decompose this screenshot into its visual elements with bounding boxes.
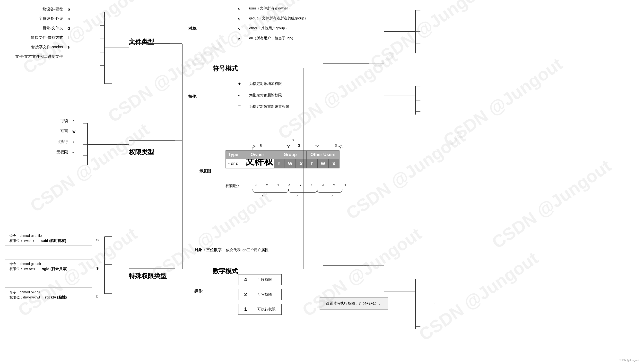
filetype-item-text: 目录-文件夹 [15, 26, 63, 31]
table-type-row: - or d r w x r w x r w x [226, 159, 339, 168]
num-op-item: 4 可读权限 [238, 274, 282, 285]
watermark: CSDN @Jungout [148, 187, 275, 284]
sym-op-code: + [238, 81, 244, 86]
sym-op-code: - [238, 93, 244, 98]
num-1-2: 1 [306, 183, 317, 187]
sym-text: group（文件所有者所在的组group） [249, 16, 308, 21]
filetype-item-text: 链接文件-快捷方式 [15, 35, 63, 40]
permtype-item-code: w [72, 129, 77, 134]
perm-x3: x [329, 159, 339, 168]
watermark: CSDN @Jungout [415, 248, 542, 345]
special-entry-1: 命令：chmod u+s file 权限位：-rwsr--r-- suid (临… [5, 231, 92, 246]
perm-table: Type Owner Group Other Users - or d r w … [226, 150, 339, 168]
watermark: CSDN @Jungout [274, 46, 401, 144]
permtype-item-code: x [72, 140, 77, 144]
permtype-item-code: - [72, 150, 77, 154]
num-1-3: 1 [340, 183, 351, 187]
special-bold: suid (临时提权) [41, 238, 66, 243]
symbol-op-label: 操作: [188, 94, 197, 99]
perm-x1: x [263, 159, 274, 168]
diagram-label: 示意图 [199, 169, 211, 174]
num-4-3: 4 [317, 183, 329, 187]
sym-code: o [238, 26, 244, 30]
sym-code: g [238, 16, 244, 20]
num-op-item: 2 可写权限 [238, 289, 282, 300]
filetype-item: 套接字文件-socket s [15, 45, 72, 50]
num-1-1: 1 [273, 183, 284, 187]
sym-text: all（所有用户，相当于ugo） [249, 36, 295, 40]
symbol-op-item: + 为指定对象增加权限 [238, 81, 289, 86]
special-cmd: 命令：chmod o+t dir [10, 290, 88, 294]
special-code-3: t [96, 294, 98, 299]
num-4-1: 4 [250, 183, 262, 187]
watermark: CSDN @Jungout [104, 30, 231, 126]
permtype-item-text: 可写 [49, 129, 68, 134]
numeric-mode-label: 数字模式 [213, 267, 238, 276]
type-cell: - or d [226, 159, 241, 168]
num-op-text: 可执行权限 [257, 307, 276, 312]
watermark: CSDN @Jungout [27, 120, 153, 216]
perm-w3: w [318, 159, 329, 168]
num-op-code: 4 [244, 277, 252, 282]
special-perm: 权限位：-rw-rwsr-- [10, 267, 38, 271]
symbol-obj-item: g group（文件所有者所在的组group） [238, 16, 308, 21]
diagram-u-header: u [260, 143, 262, 148]
diagram-a-header: a [292, 138, 294, 142]
num-2-2: 2 [295, 183, 306, 187]
special-cmd: 命令：chmod u+s file [10, 234, 88, 238]
num-op-code: 1 [244, 306, 252, 312]
filetype-item: 字符设备-外设 c [15, 16, 72, 21]
permtype-item: 无权限 - [49, 150, 77, 155]
symbol-op-item: = 为指定对象重新设置权限 [238, 104, 289, 109]
special-bold: sgid (目录共享) [42, 267, 68, 271]
symbol-obj-item: u user（文件所有者owner） [238, 6, 308, 11]
permtype-section: 可读 r 可写 w 可执行 x 无权限 - [49, 118, 77, 160]
filetype-item-text: 字符设备-外设 [15, 16, 63, 21]
num-obj-lbl: 对象：三位数字 [194, 248, 222, 252]
special-cmd: 命令：chmod g+s dir [10, 262, 88, 266]
col-type: Type [226, 151, 241, 159]
special-code-2: s [96, 266, 99, 271]
filetype-label: 文件类型 [129, 38, 154, 46]
symbol-op-item: - 为指定对象删除权限 [238, 93, 289, 98]
permtype-label: 权限类型 [129, 148, 154, 156]
watermark: CSDN @Jungout [342, 127, 469, 224]
symbol-mode-label: 符号模式 [213, 64, 238, 73]
filetype-item-code: d [68, 26, 72, 30]
perm-r2: r [274, 159, 285, 168]
sym-text: other（其他用户group） [249, 26, 289, 30]
permtype-item-code: r [72, 119, 77, 123]
num-4-2: 4 [284, 183, 295, 187]
sum-7-2: 7 [296, 194, 298, 198]
num-op-item: 1 可执行权限 [238, 304, 282, 315]
col-other-users: Other Users [307, 151, 339, 159]
filetype-item-code: c [68, 17, 72, 21]
filetype-item-text: 套接字文件-socket [15, 45, 63, 50]
table-header-row: Type Owner Group Other Users [226, 151, 339, 159]
special-bold: stickty (粘性) [45, 295, 67, 300]
perm-r3: r [307, 159, 318, 168]
diagram-g-header: g [298, 143, 300, 148]
perm-r1: r [241, 159, 252, 168]
col-group: Group [274, 151, 307, 159]
sym-op-text: 为指定对象删除权限 [249, 93, 282, 98]
symbol-obj-item: o other（其他用户group） [238, 26, 308, 30]
filetype-item-text: 文件-文本文件和二进制文件 [15, 54, 63, 59]
num-op-text: 可读权限 [257, 277, 272, 282]
permtype-item-text: 可执行 [49, 139, 68, 144]
svg-text:-: - [434, 302, 435, 306]
perm-x2: x [296, 159, 307, 168]
sum-7-1: 7 [261, 194, 263, 198]
symbol-objects: u user（文件所有者owner） g group（文件所有者所在的组grou… [238, 6, 308, 46]
sym-op-text: 为指定对象重新设置权限 [249, 104, 289, 109]
filetype-item-text: 块设备-硬盘 [15, 7, 63, 12]
numeric-op-label: 操作: [194, 289, 203, 294]
num-2-1: 2 [262, 183, 273, 187]
perm-numbers: 4 2 1 4 2 1 4 2 1 [250, 183, 351, 187]
permtype-item-text: 可读 [49, 118, 68, 124]
col-owner: Owner [241, 151, 274, 159]
sum-7-3: 7 [331, 194, 333, 198]
watermark: CSDN @Jungout [367, 0, 493, 73]
numeric-object-label: 对象：三位数字 依次代表ugo三个用户属性 [194, 248, 269, 252]
filetype-item-code: l [68, 36, 72, 40]
